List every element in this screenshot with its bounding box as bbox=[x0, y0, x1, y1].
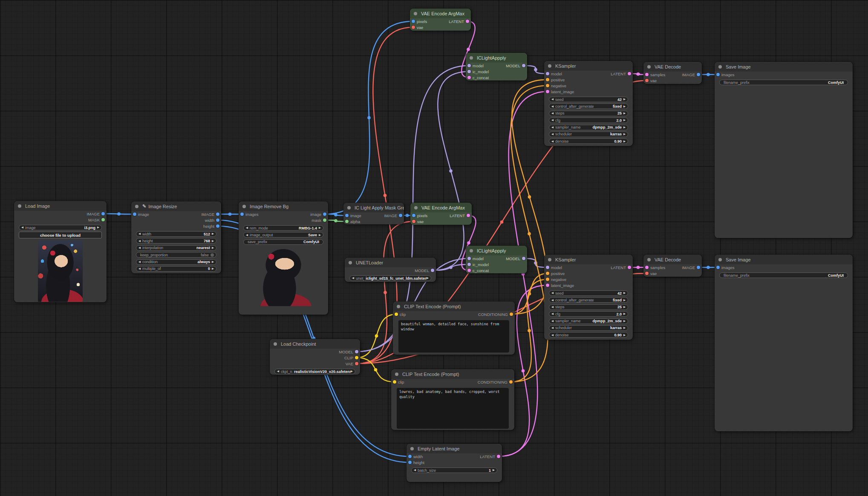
vae-input-port[interactable] bbox=[645, 272, 649, 275]
collapse-dot-icon[interactable] bbox=[18, 204, 21, 208]
images-input-port[interactable] bbox=[716, 266, 720, 269]
IMAGE-output-port[interactable] bbox=[101, 212, 105, 215]
node-empty-latent[interactable]: Empty Latent ImagewidthLATENTheight◀batc… bbox=[407, 444, 502, 482]
combo-right-arrow-icon[interactable]: ▶ bbox=[212, 240, 214, 243]
node-unet-loader[interactable]: UNETLoaderMODEL◀unet_iclight_sd15_fc_une… bbox=[345, 258, 436, 282]
node-title-bar[interactable]: KSampler bbox=[544, 255, 633, 264]
mask-output-port[interactable] bbox=[323, 218, 326, 222]
node-vae-decode-1[interactable]: VAE DecodesamplesIMAGEvae bbox=[643, 62, 702, 84]
samples-input-port[interactable] bbox=[645, 266, 649, 269]
combo-left-arrow-icon[interactable]: ◀ bbox=[551, 306, 554, 309]
node-title-bar[interactable]: VAE Encode ArgMax bbox=[410, 9, 471, 18]
width-input-port[interactable] bbox=[408, 455, 412, 458]
combo-left-arrow-icon[interactable]: ◀ bbox=[551, 334, 554, 337]
LATENT-output-port[interactable] bbox=[467, 214, 470, 217]
node-vae-decode-2[interactable]: VAE DecodesamplesIMAGEvae bbox=[643, 255, 702, 277]
combo-right-arrow-icon[interactable]: ▶ bbox=[212, 247, 214, 249]
cfg-widget[interactable]: ◀cfg2.0▶ bbox=[549, 311, 628, 317]
combo-right-arrow-icon[interactable]: ▶ bbox=[623, 133, 626, 136]
node-title-bar[interactable]: VAE Encode ArgMax bbox=[410, 203, 472, 212]
combo-left-arrow-icon[interactable]: ◀ bbox=[551, 299, 554, 302]
height-input-port[interactable] bbox=[408, 461, 412, 464]
combo-right-arrow-icon[interactable]: ▶ bbox=[623, 98, 626, 101]
node-ic-light-apply-mask-grey[interactable]: IC Light Apply Mask GreyimageIMAGEalpha bbox=[343, 203, 404, 224]
negative-input-port[interactable] bbox=[546, 278, 549, 281]
combo-left-arrow-icon[interactable]: ◀ bbox=[551, 119, 554, 122]
clip-input-port[interactable] bbox=[393, 380, 396, 384]
combo-left-arrow-icon[interactable]: ◀ bbox=[246, 234, 248, 237]
node-title-bar[interactable]: Save Image bbox=[715, 255, 853, 264]
condition-widget[interactable]: ◀conditionalways▶ bbox=[136, 259, 216, 265]
height-widget[interactable]: ◀height768▶ bbox=[136, 238, 216, 244]
combo-left-arrow-icon[interactable]: ◀ bbox=[551, 112, 554, 115]
combo-left-arrow-icon[interactable]: ◀ bbox=[21, 226, 23, 229]
CONDITIONING-output-port[interactable] bbox=[509, 380, 513, 384]
collapse-dot-icon[interactable] bbox=[470, 249, 473, 252]
combo-right-arrow-icon[interactable]: ▶ bbox=[623, 140, 626, 143]
image-output-port[interactable] bbox=[323, 212, 326, 216]
node-title-bar[interactable]: UNETLoader bbox=[345, 258, 436, 267]
node-title-bar[interactable]: CLIP Text Encode (Prompt) bbox=[391, 369, 514, 379]
prompt-textarea[interactable]: lowres, bad anatomy, bad hands, cropped,… bbox=[397, 388, 509, 429]
seed-widget[interactable]: ◀seed42▶ bbox=[549, 97, 628, 102]
collapse-dot-icon[interactable] bbox=[718, 65, 722, 69]
latent_image-input-port[interactable] bbox=[546, 90, 549, 93]
node-title-bar[interactable]: ICLightAppply bbox=[466, 53, 527, 63]
combo-right-arrow-icon[interactable]: ▶ bbox=[427, 277, 429, 280]
node-image-resize[interactable]: ✎Image ResizeimageIMAGEwidthheight◀width… bbox=[131, 201, 221, 273]
combo-right-arrow-icon[interactable]: ▶ bbox=[212, 261, 214, 264]
rem_mode-widget[interactable]: ◀rem_modeRMBG-1.4▶ bbox=[243, 225, 323, 231]
pixels-input-port[interactable] bbox=[412, 20, 415, 23]
combo-left-arrow-icon[interactable]: ◀ bbox=[138, 232, 141, 235]
c_concat-input-port[interactable] bbox=[467, 269, 471, 272]
toggle-knob-icon[interactable] bbox=[211, 253, 214, 257]
combo-left-arrow-icon[interactable]: ◀ bbox=[138, 267, 141, 270]
collapse-dot-icon[interactable] bbox=[414, 206, 418, 209]
save_prefix-field[interactable]: save_prefixComfyUI bbox=[243, 239, 323, 245]
combo-right-arrow-icon[interactable]: ▶ bbox=[623, 112, 626, 115]
combo-left-arrow-icon[interactable]: ◀ bbox=[138, 261, 141, 264]
model-input-port[interactable] bbox=[467, 64, 471, 67]
MODEL-output-port[interactable] bbox=[431, 269, 434, 272]
combo-right-arrow-icon[interactable]: ▶ bbox=[319, 226, 321, 229]
image-input-port[interactable] bbox=[345, 214, 349, 217]
width-widget[interactable]: ◀width512▶ bbox=[136, 231, 216, 237]
collapse-dot-icon[interactable] bbox=[135, 205, 138, 208]
vae-input-port[interactable] bbox=[412, 220, 415, 223]
node-title-bar[interactable]: Image Remove Bg bbox=[239, 201, 328, 211]
combo-right-arrow-icon[interactable]: ▶ bbox=[623, 327, 626, 330]
filename_prefix-field[interactable]: filename_prefixComfyUI bbox=[719, 80, 848, 85]
IMAGE-output-port[interactable] bbox=[697, 73, 700, 76]
image-input-port[interactable] bbox=[133, 212, 136, 216]
combo-right-arrow-icon[interactable]: ▶ bbox=[623, 292, 626, 295]
node-clip-text-encode-1[interactable]: CLIP Text Encode (Prompt)clipCONDITIONIN… bbox=[393, 301, 515, 355]
collapse-dot-icon[interactable] bbox=[414, 12, 417, 15]
combo-left-arrow-icon[interactable]: ◀ bbox=[138, 247, 141, 249]
node-load-image[interactable]: Load ImageIMAGEMASK◀imagei3.png▶choose f… bbox=[14, 201, 107, 302]
combo-left-arrow-icon[interactable]: ◀ bbox=[352, 277, 354, 280]
model-input-port[interactable] bbox=[546, 72, 549, 75]
LATENT-output-port[interactable] bbox=[497, 455, 500, 458]
combo-left-arrow-icon[interactable]: ◀ bbox=[551, 133, 554, 136]
control_after_generate-widget[interactable]: ◀control_after_generatefixed▶ bbox=[549, 297, 628, 303]
combo-right-arrow-icon[interactable]: ▶ bbox=[623, 306, 626, 309]
collapse-dot-icon[interactable] bbox=[470, 56, 473, 60]
VAE-output-port[interactable] bbox=[355, 362, 358, 365]
node-vae-encode-argmax-2[interactable]: VAE Encode ArgMaxpixelsLATENTvae bbox=[410, 203, 472, 225]
upload-button[interactable]: choose file to upload bbox=[19, 232, 102, 238]
collapse-dot-icon[interactable] bbox=[349, 261, 352, 264]
combo-left-arrow-icon[interactable]: ◀ bbox=[246, 226, 248, 229]
combo-left-arrow-icon[interactable]: ◀ bbox=[551, 327, 554, 330]
node-vae-encode-argmax-1[interactable]: VAE Encode ArgMaxpixelsLATENTvae bbox=[410, 9, 471, 31]
alpha-input-port[interactable] bbox=[345, 220, 349, 223]
pixels-input-port[interactable] bbox=[412, 214, 415, 217]
LATENT-output-port[interactable] bbox=[628, 72, 631, 75]
collapse-dot-icon[interactable] bbox=[548, 258, 551, 261]
node-title-bar[interactable]: ✎Image Resize bbox=[131, 201, 221, 211]
MODEL-output-port[interactable] bbox=[355, 350, 358, 353]
node-title-bar[interactable]: Load Image bbox=[14, 201, 107, 211]
node-title-bar[interactable]: IC Light Apply Mask Grey bbox=[343, 203, 404, 212]
node-ksampler-1[interactable]: KSamplermodelLATENTpositivenegativelaten… bbox=[544, 61, 633, 146]
CONDITIONING-output-port[interactable] bbox=[510, 313, 513, 316]
combo-right-arrow-icon[interactable]: ▶ bbox=[623, 119, 626, 122]
